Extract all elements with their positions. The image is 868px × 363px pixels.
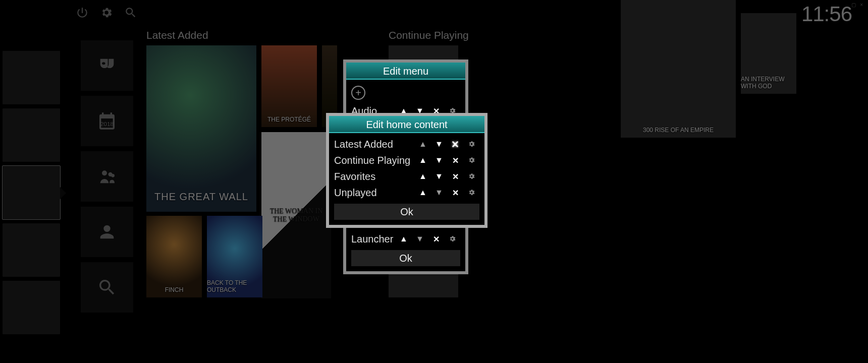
gear-icon[interactable]	[463, 156, 479, 165]
edit-home-row-continue: Continue Playing ▲ ▼ ✕	[334, 152, 479, 168]
delete-icon[interactable]: ✕	[447, 172, 463, 182]
move-up-icon[interactable]: ▲	[415, 156, 431, 165]
gear-icon[interactable]	[463, 172, 479, 181]
edit-home-ok-button[interactable]: Ok	[334, 204, 479, 220]
gear-icon[interactable]	[463, 140, 479, 149]
modal-edit-menu-title: Edit menu	[346, 63, 465, 80]
move-down-icon[interactable]: ▼	[431, 172, 447, 181]
add-menu-item-button[interactable]: +	[351, 86, 365, 100]
edit-menu-row-launcher: Launcher ▲ ▼ ✕	[351, 231, 460, 247]
move-down-icon[interactable]: ▼	[431, 156, 447, 165]
edit-menu-add-row: +	[351, 83, 460, 103]
edit-home-row-latest: Latest Added ▲ ▼ ✕	[334, 136, 479, 152]
move-up-icon[interactable]: ▲	[415, 172, 431, 181]
delete-icon[interactable]: ✕	[447, 139, 463, 150]
move-up-icon[interactable]: ▲	[396, 234, 412, 244]
delete-icon[interactable]: ✕	[447, 188, 463, 198]
edit-home-row-unplayed: Unplayed ▲ ▼ ✕	[334, 185, 479, 201]
move-up-icon[interactable]: ▲	[415, 140, 431, 149]
move-down-icon[interactable]: ▼	[412, 234, 428, 244]
delete-icon[interactable]: ✕	[428, 234, 444, 244]
gear-icon[interactable]	[463, 188, 479, 197]
move-up-icon[interactable]: ▲	[415, 188, 431, 197]
modal-edit-home-content: Edit home content Latest Added ▲ ▼ ✕ Con…	[326, 113, 487, 228]
move-down-icon[interactable]: ▼	[431, 188, 447, 197]
edit-menu-ok-button[interactable]: Ok	[351, 250, 460, 266]
delete-icon[interactable]: ✕	[447, 156, 463, 165]
modal-edit-home-title: Edit home content	[329, 116, 484, 133]
edit-home-row-favorites: Favorites ▲ ▼ ✕	[334, 168, 479, 185]
gear-icon[interactable]	[444, 234, 460, 244]
move-down-icon[interactable]: ▼	[431, 140, 447, 149]
